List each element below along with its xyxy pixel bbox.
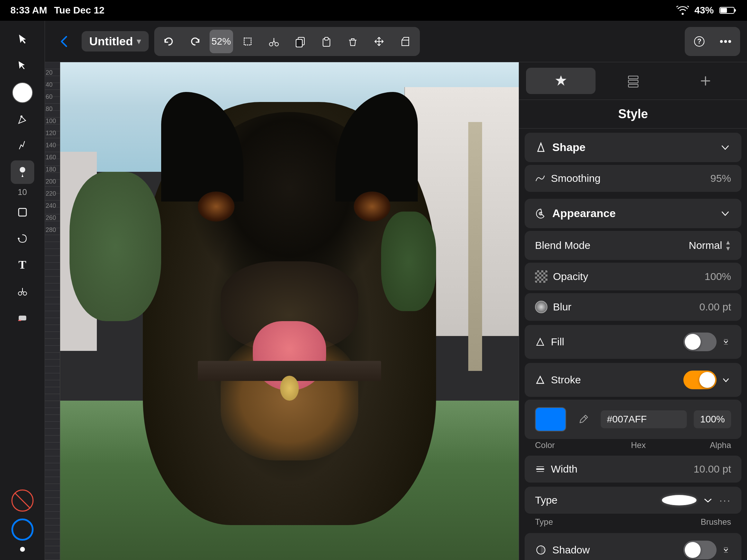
select-tool[interactable] xyxy=(11,28,34,51)
smoothing-value: 95% xyxy=(710,172,731,184)
status-bar: 8:33 AM Tue Dec 12 43% xyxy=(0,0,747,21)
blend-mode-label: Blend Mode xyxy=(535,240,590,251)
add-tab[interactable] xyxy=(671,68,740,94)
hex-color-input[interactable]: #007AFF xyxy=(601,410,687,428)
brush-shape-preview xyxy=(662,495,697,505)
shape-section-header[interactable]: Shape xyxy=(525,133,741,162)
text-tool[interactable]: T xyxy=(11,253,34,277)
blend-mode-control[interactable]: Normal ▲ ▼ xyxy=(689,239,731,252)
width-label: Width xyxy=(551,463,578,475)
shadow-expand-icon[interactable] xyxy=(721,545,731,555)
stroke-toggle[interactable] xyxy=(683,371,717,389)
panel-toggle-group: ? xyxy=(685,27,740,56)
style-title: Style xyxy=(519,100,747,129)
selection-tool-button[interactable] xyxy=(236,30,259,53)
canvas-image xyxy=(60,62,519,560)
back-button[interactable] xyxy=(52,29,76,54)
move-button[interactable] xyxy=(367,30,391,53)
fill-expand-icon[interactable] xyxy=(721,337,731,347)
hex-label: Hex xyxy=(567,440,710,450)
paste-button[interactable] xyxy=(315,30,338,53)
alpha-value: 100% xyxy=(700,414,725,424)
width-value: 10.00 pt xyxy=(694,463,731,475)
fill-toggle[interactable] xyxy=(683,333,717,351)
redo-button[interactable] xyxy=(183,30,207,53)
svg-rect-17 xyxy=(325,37,328,40)
style-tab[interactable] xyxy=(526,68,596,94)
color-picker-white[interactable] xyxy=(12,82,33,103)
copy-button[interactable] xyxy=(288,30,312,53)
shape-label: Shape xyxy=(552,141,585,154)
svg-point-27 xyxy=(540,213,542,215)
title-chevron-icon: ▾ xyxy=(137,36,141,47)
svg-point-23 xyxy=(728,40,731,43)
shadow-toggle[interactable] xyxy=(683,541,717,559)
stroke-chevron-icon[interactable] xyxy=(721,375,731,385)
canvas-container[interactable]: 20 40 60 80 100 120 140 160 180 200 220 … xyxy=(45,62,519,560)
help-button[interactable]: ? xyxy=(688,30,711,53)
scissors-tool[interactable] xyxy=(11,279,34,303)
vertical-ruler: 20 40 60 80 100 120 140 160 180 200 220 … xyxy=(45,62,60,560)
blur-icon xyxy=(535,301,547,313)
svg-point-2 xyxy=(20,115,22,118)
more-button[interactable] xyxy=(714,30,737,53)
cut-button[interactable] xyxy=(262,30,286,53)
appearance-section-icon xyxy=(535,208,547,220)
stroke-color-swatch[interactable] xyxy=(535,407,566,431)
alpha-label: Alpha xyxy=(710,440,731,450)
brush-type-sub-label: Type xyxy=(535,517,553,527)
transform-button[interactable] xyxy=(394,30,417,53)
battery-icon xyxy=(719,6,737,15)
left-toolbar: 10 T xyxy=(0,21,45,560)
brush-more-button[interactable]: ··· xyxy=(719,494,731,506)
anchor-tool[interactable] xyxy=(11,134,34,158)
brush-type-label: Type xyxy=(535,494,557,506)
eyedropper-button[interactable] xyxy=(573,409,594,430)
stroke-icon xyxy=(535,375,545,385)
header-bar: Untitled ▾ xyxy=(45,21,747,62)
svg-rect-25 xyxy=(628,80,638,83)
eraser-tool[interactable] xyxy=(11,306,34,329)
svg-point-22 xyxy=(724,40,727,43)
blur-row: Blur 0.00 pt xyxy=(525,293,741,321)
brush-labels: Type Brushes xyxy=(525,515,741,530)
svg-rect-1 xyxy=(720,8,727,13)
fill-row: Fill xyxy=(525,325,741,359)
opacity-value: 100% xyxy=(704,271,731,282)
undo-button[interactable] xyxy=(157,30,181,53)
brushes-label: Brushes xyxy=(701,517,731,527)
appearance-section-header[interactable]: Appearance xyxy=(525,199,741,228)
stroke-style-tool[interactable] xyxy=(11,519,34,541)
opacity-icon xyxy=(535,270,547,283)
opacity-row: Opacity 100% xyxy=(525,263,741,290)
svg-point-5 xyxy=(18,238,19,240)
shape-tool[interactable] xyxy=(11,200,34,224)
document-title-button[interactable]: Untitled ▾ xyxy=(82,31,149,52)
zoom-button[interactable]: 52% xyxy=(210,30,233,53)
svg-line-9 xyxy=(15,493,30,508)
opacity-label: Opacity xyxy=(553,271,588,282)
alpha-input[interactable]: 100% xyxy=(694,410,731,428)
brush-chevron-icon[interactable] xyxy=(702,494,714,506)
lasso-tool[interactable] xyxy=(11,227,34,250)
direct-select-tool[interactable] xyxy=(11,54,34,77)
brush-tool[interactable] xyxy=(11,160,34,184)
width-icon xyxy=(535,464,545,474)
svg-rect-14 xyxy=(296,39,302,47)
svg-rect-24 xyxy=(628,76,638,79)
shape-chevron-icon xyxy=(719,142,731,153)
brush-controls: ··· xyxy=(662,494,731,506)
stroke-label: Stroke xyxy=(551,374,581,386)
svg-rect-4 xyxy=(19,208,26,216)
svg-point-21 xyxy=(720,40,723,43)
no-stroke-tool[interactable] xyxy=(11,489,34,512)
appearance-label: Appearance xyxy=(552,207,616,220)
brush-size-label: 10 xyxy=(18,187,27,197)
blend-mode-stepper[interactable]: ▲ ▼ xyxy=(725,239,731,252)
delete-button[interactable] xyxy=(341,30,365,53)
layers-tab[interactable] xyxy=(598,68,668,94)
pen-tool[interactable] xyxy=(11,108,34,131)
canvas-drawing-area[interactable] xyxy=(60,62,519,560)
svg-rect-10 xyxy=(244,38,251,45)
blend-mode-row[interactable]: Blend Mode Normal ▲ ▼ xyxy=(525,231,741,260)
